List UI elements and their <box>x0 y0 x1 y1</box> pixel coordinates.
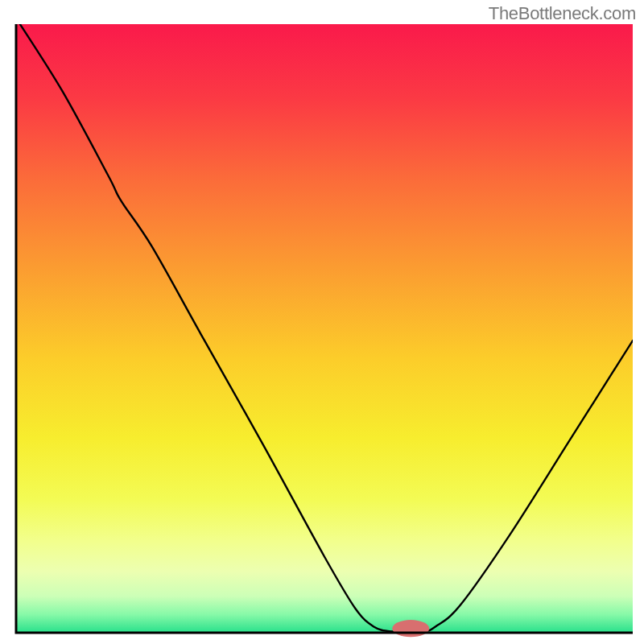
chart-container: TheBottleneck.com <box>0 0 644 644</box>
optimal-marker <box>392 620 429 637</box>
bottleneck-chart <box>0 0 644 644</box>
gradient-background <box>16 24 633 633</box>
watermark-text: TheBottleneck.com <box>489 3 636 24</box>
